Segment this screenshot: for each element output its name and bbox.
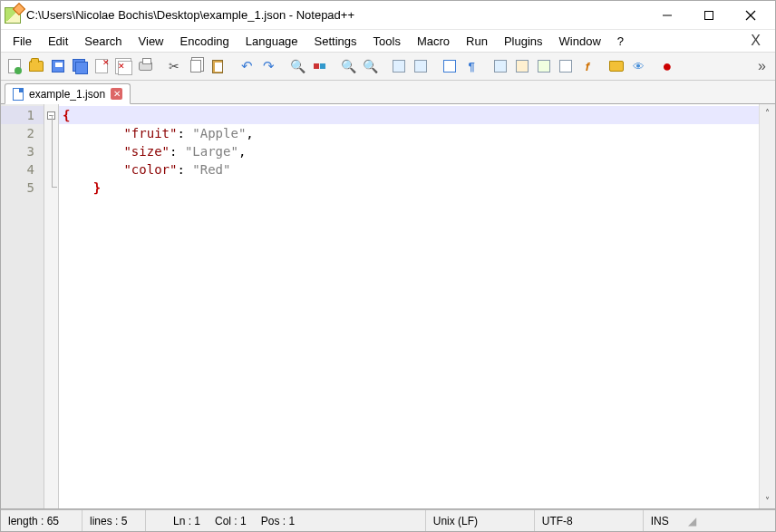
minimize-button[interactable] (646, 2, 688, 29)
status-pos: Pos : 1 (254, 510, 426, 531)
chevron-up-icon: ˄ (765, 108, 770, 118)
new-file-button[interactable] (5, 56, 24, 76)
zoom-out-icon: 🔍 (363, 59, 378, 73)
window-title: C:\Users\Nicolae Bochis\Desktop\example_… (26, 8, 354, 22)
menu-run[interactable]: Run (458, 32, 496, 51)
indent-guide-icon (494, 60, 507, 73)
status-eol[interactable]: Unix (LF) (426, 510, 535, 531)
save-button[interactable] (48, 56, 68, 76)
copy-button[interactable] (186, 56, 206, 76)
close-tab-button[interactable] (92, 56, 112, 76)
redo-button[interactable]: ↷ (258, 56, 278, 76)
toolbar: ✂ ↶ ↷ 🔍 🔍 🔍 ¶ f 👁 ● » (1, 52, 775, 81)
find-icon: 🔍 (290, 59, 306, 73)
close-all-button[interactable] (113, 56, 133, 76)
allchars-button[interactable]: ¶ (461, 56, 481, 76)
menu-file[interactable]: File (5, 32, 40, 51)
file-tab[interactable]: example_1.json ✕ (5, 83, 131, 104)
print-icon (139, 62, 152, 71)
monitor-button[interactable]: 👁 (628, 56, 648, 76)
sync-v-button[interactable] (389, 56, 409, 76)
wordwrap-button[interactable] (440, 56, 460, 76)
wordwrap-icon (443, 60, 456, 73)
toolbar-overflow-button[interactable]: » (752, 58, 771, 74)
menu-tools[interactable]: Tools (365, 32, 409, 51)
cut-button[interactable]: ✂ (164, 56, 184, 76)
menu-help[interactable]: ? (609, 32, 632, 51)
menu-language[interactable]: Language (238, 32, 306, 51)
line-number: 3 (1, 142, 44, 160)
maximize-button[interactable] (688, 2, 730, 29)
menu-encoding[interactable]: Encoding (172, 32, 238, 51)
resize-grip[interactable]: ◢ (680, 513, 698, 529)
zoom-in-icon: 🔍 (341, 59, 356, 73)
zoom-in-button[interactable]: 🔍 (338, 56, 358, 76)
docmap-button[interactable] (534, 56, 554, 76)
code-line: "fruit": "Apple", (59, 124, 759, 142)
vertical-scrollbar[interactable]: ˄ ˅ (759, 104, 775, 508)
paragraph-icon: ¶ (468, 60, 474, 73)
indent-guide-button[interactable] (490, 56, 510, 76)
code-line: "color": "Red" (59, 160, 759, 179)
mdi-close-button[interactable]: X (740, 33, 771, 49)
tabbar: example_1.json ✕ (1, 81, 775, 104)
sync-v-icon (393, 60, 405, 73)
folder-button[interactable] (606, 56, 626, 76)
find-button[interactable]: 🔍 (287, 56, 307, 76)
undo-button[interactable]: ↶ (237, 56, 257, 76)
code-editor[interactable]: { "fruit": "Apple", "size": "Large", "co… (59, 104, 759, 508)
scroll-up-button[interactable]: ˄ (760, 104, 775, 121)
replace-icon (314, 63, 325, 69)
record-macro-button[interactable]: ● (657, 56, 677, 76)
replace-button[interactable] (309, 56, 329, 76)
menu-plugins[interactable]: Plugins (496, 32, 551, 51)
titlebar: C:\Users\Nicolae Bochis\Desktop\example_… (1, 1, 775, 30)
zoom-out-button[interactable]: 🔍 (360, 56, 380, 76)
file-type-icon (13, 88, 24, 101)
fold-toggle[interactable]: − (44, 106, 58, 124)
chevron-down-icon: ˅ (765, 496, 770, 506)
maximize-icon (703, 10, 714, 21)
menu-window[interactable]: Window (551, 32, 609, 51)
new-file-icon (8, 59, 21, 73)
app-icon (5, 7, 21, 24)
status-encoding[interactable]: UTF-8 (535, 510, 644, 531)
sync-h-button[interactable] (411, 56, 431, 76)
status-ln: Ln : 1 (146, 510, 208, 531)
scroll-down-button[interactable]: ˅ (760, 492, 775, 508)
print-button[interactable] (135, 56, 155, 76)
menu-macro[interactable]: Macro (409, 32, 458, 51)
open-folder-icon (29, 61, 44, 72)
menu-settings[interactable]: Settings (306, 32, 365, 51)
funclist-button[interactable]: f (577, 56, 597, 76)
close-button[interactable] (730, 2, 771, 29)
line-number: 1 (1, 106, 44, 124)
tab-close-button[interactable]: ✕ (111, 88, 122, 100)
fold-end (44, 179, 58, 197)
code-line: { (59, 106, 759, 124)
close-all-icon (116, 59, 131, 73)
code-line: } (59, 179, 759, 197)
menu-view[interactable]: View (131, 32, 172, 51)
sync-h-icon (414, 60, 427, 73)
line-number: 5 (1, 179, 44, 197)
udl-icon (516, 60, 529, 73)
doclist-button[interactable] (556, 56, 576, 76)
status-lines: lines : 5 (82, 510, 146, 531)
function-list-icon: f (586, 60, 589, 73)
menu-edit[interactable]: Edit (40, 32, 76, 51)
paste-button[interactable] (208, 56, 228, 76)
open-file-button[interactable] (26, 56, 46, 76)
menu-search[interactable]: Search (76, 32, 130, 51)
minimize-icon (662, 10, 673, 21)
close-icon (745, 10, 756, 21)
docmap-icon (538, 60, 550, 73)
folder-icon (609, 61, 624, 72)
cut-icon: ✂ (169, 59, 179, 73)
scroll-track[interactable] (760, 121, 775, 492)
file-tab-label: example_1.json (29, 88, 105, 101)
menubar: File Edit Search View Encoding Language … (1, 30, 775, 52)
udl-button[interactable] (512, 56, 532, 76)
status-mode[interactable]: INS (644, 510, 680, 531)
save-all-button[interactable] (70, 56, 90, 76)
